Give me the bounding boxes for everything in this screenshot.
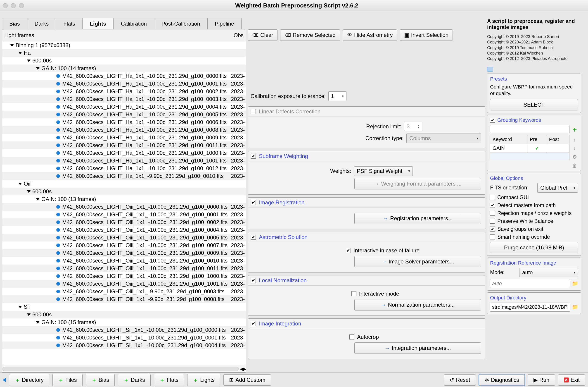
output-directory-input[interactable] bbox=[490, 303, 570, 312]
tab-pipeline[interactable]: Pipeline bbox=[207, 18, 242, 29]
tree-group-row[interactable]: 600.00s bbox=[2, 57, 246, 65]
local-normalization-checkbox[interactable] bbox=[251, 278, 256, 283]
tree-group-row[interactable]: 600.00s bbox=[2, 311, 246, 319]
tree-body[interactable]: Binning 1 (9576x6388)Ha600.00sGAIN: 100 … bbox=[2, 41, 246, 365]
image-registration-checkbox[interactable] bbox=[251, 200, 256, 205]
tree-file-row[interactable]: M42_600.00secs_LIGHT_Oiii_1x1_-10.00c_23… bbox=[2, 242, 246, 249]
tree-file-row[interactable]: M42_600.00secs_LIGHT_Ha_1x1_-10.00c_231.… bbox=[2, 88, 246, 95]
local-norm-interactive-checkbox[interactable] bbox=[352, 291, 357, 296]
tab-bias[interactable]: Bias bbox=[2, 18, 27, 29]
expand-icon[interactable] bbox=[36, 321, 40, 324]
tree-file-row[interactable]: M42_600.00secs_LIGHT_Sii_1x1_-10.00c_231… bbox=[2, 341, 246, 349]
tree-file-row[interactable]: M42_600.00secs_LIGHT_Ha_1x1_-10.00c_231.… bbox=[2, 72, 246, 80]
speech-bubble-icon[interactable] bbox=[487, 67, 493, 72]
tree-file-row[interactable]: M42_600.00secs_LIGHT_Ha_1x1_-10.00c_231.… bbox=[2, 141, 246, 149]
minimize-window[interactable] bbox=[11, 3, 16, 8]
expand-icon[interactable] bbox=[27, 190, 31, 193]
tree-file-row[interactable]: M42_600.00secs_LIGHT_Ha_1x1_-10.00c_231.… bbox=[2, 111, 246, 118]
trash-icon[interactable]: 🗑 bbox=[572, 163, 577, 169]
tree-file-row[interactable]: M42_600.00secs_LIGHT_Oiii_1x1_-10.00c_23… bbox=[2, 249, 246, 257]
horizontal-scrollbar[interactable]: ◀ ▶ bbox=[2, 365, 246, 372]
add-keyword-button[interactable]: ＋ bbox=[571, 125, 578, 134]
autocrop-checkbox[interactable] bbox=[349, 335, 354, 340]
tab-lights[interactable]: Lights bbox=[82, 18, 114, 29]
tree-group-row[interactable]: GAIN: 100 (14 frames) bbox=[2, 65, 246, 72]
detect-masters-checkbox[interactable] bbox=[490, 203, 495, 208]
tree-group-row[interactable]: GAIN: 100 (13 frames) bbox=[2, 195, 246, 203]
compact-gui-checkbox[interactable] bbox=[490, 195, 495, 200]
add-bias-button[interactable]: ＋Bias bbox=[86, 374, 115, 386]
tab-flats[interactable]: Flats bbox=[56, 18, 83, 29]
fits-orientation-select[interactable]: Global Pref▼ bbox=[537, 183, 578, 193]
expand-icon[interactable] bbox=[27, 314, 31, 316]
tree-file-row[interactable]: M42_600.00secs_LIGHT_Ha_1x1_-10.00c_231.… bbox=[2, 95, 246, 103]
tree-file-row[interactable]: M42_600.00secs_LIGHT_Ha_1x1_-10.00c_231.… bbox=[2, 157, 246, 164]
tree-file-row[interactable]: M42_600.00secs_LIGHT_Oiii_1x1_-10.00c_23… bbox=[2, 234, 246, 242]
tree-file-row[interactable]: M42_600.00secs_LIGHT_Oiii_1x1_-10.00c_23… bbox=[2, 265, 246, 272]
tree-file-row[interactable]: M42_600.00secs_LIGHT_Oiii_1x1_-10.00c_23… bbox=[2, 272, 246, 280]
add-lights-button[interactable]: ＋Lights bbox=[187, 374, 220, 386]
subframe-weighting-checkbox[interactable] bbox=[251, 154, 256, 159]
tree-file-row[interactable]: M42_600.00secs_LIGHT_Ha_1x1_-10.00c_231.… bbox=[2, 103, 246, 111]
grouping-keyword-input[interactable] bbox=[490, 125, 569, 133]
remove-selected-button[interactable]: ⌫Remove Selected bbox=[280, 29, 340, 41]
weights-select[interactable]: PSF Signal Weight▼ bbox=[354, 166, 413, 176]
tree-group-row[interactable]: Binning 1 (9576x6388) bbox=[2, 41, 246, 49]
astrometric-solution-checkbox[interactable] bbox=[251, 235, 256, 240]
expand-icon[interactable] bbox=[36, 67, 40, 70]
tree-file-row[interactable]: M42_600.00secs_LIGHT_Oiii_1x1_-10.00c_23… bbox=[2, 257, 246, 265]
expand-icon[interactable] bbox=[18, 183, 22, 185]
tree-group-row[interactable]: Oiii bbox=[2, 180, 246, 188]
tree-group-row[interactable]: Ha bbox=[2, 49, 246, 57]
tree-file-row[interactable]: M42_600.00secs_LIGHT_Ha_1x1_-10.00c_231.… bbox=[2, 118, 246, 126]
registration-parameters-button[interactable]: →Registration parameters... bbox=[354, 213, 481, 224]
expand-icon[interactable] bbox=[10, 44, 14, 47]
close-window[interactable] bbox=[3, 3, 8, 8]
collapse-icon[interactable] bbox=[3, 378, 6, 382]
tree-file-row[interactable]: M42_600.00secs_LIGHT_Oiii_1x1_-10.00c_23… bbox=[2, 203, 246, 211]
add-flats-button[interactable]: ＋Flats bbox=[154, 374, 184, 386]
smart-naming-checkbox[interactable] bbox=[490, 234, 495, 239]
expand-icon[interactable] bbox=[36, 198, 40, 201]
grouping-keywords-checkbox[interactable] bbox=[490, 118, 495, 123]
tree-file-row[interactable]: M42_600.00secs_LIGHT_Oiii_1x1_-10.00c_23… bbox=[2, 226, 246, 234]
tree-file-row[interactable]: M42_600.00secs_LIGHT_Oiii_1x1_-10.00c_23… bbox=[2, 280, 246, 288]
tree-file-row[interactable]: M42_600.00secs_LIGHT_Ha_1x1_-10.10c_231.… bbox=[2, 164, 246, 172]
tree-group-row[interactable]: GAIN: 100 (15 frames) bbox=[2, 319, 246, 326]
integration-parameters-button[interactable]: →Integration parameters... bbox=[354, 342, 481, 354]
add-files-button[interactable]: ＋Files bbox=[52, 374, 83, 386]
tree-file-row[interactable]: M42_600.00secs_LIGHT_Ha_1x1_-10.00c_231.… bbox=[2, 134, 246, 141]
astrometric-interactive-checkbox[interactable] bbox=[346, 248, 351, 253]
run-button[interactable]: ▶Run bbox=[528, 374, 555, 386]
calibration-tolerance-input[interactable]: 1▲▼ bbox=[328, 91, 346, 101]
tree-file-row[interactable]: M42_600.00secs_LIGHT_Oiii_1x1_-9.90c_231… bbox=[2, 288, 246, 295]
image-integration-checkbox[interactable] bbox=[251, 321, 256, 326]
gear-icon[interactable]: ⚙ bbox=[572, 154, 577, 160]
tree-file-row[interactable]: M42_600.00secs_LIGHT_Ha_1x1_-10.00c_231.… bbox=[2, 126, 246, 134]
preserve-wb-checkbox[interactable] bbox=[490, 219, 495, 224]
tree-file-row[interactable]: M42_600.00secs_LIGHT_Sii_1x1_-10.00c_231… bbox=[2, 334, 246, 341]
folder-icon[interactable]: 📁 bbox=[572, 281, 578, 287]
normalization-parameters-button[interactable]: →Normalization parameters... bbox=[354, 299, 481, 311]
tab-calibration[interactable]: Calibration bbox=[113, 18, 154, 29]
linear-defects-checkbox[interactable] bbox=[251, 109, 256, 114]
tab-post-calibration[interactable]: Post-Calibration bbox=[154, 18, 208, 29]
purge-cache-button[interactable]: Purge cache (16.98 MiB) bbox=[490, 242, 578, 253]
reg-ref-mode-select[interactable]: auto▼ bbox=[519, 268, 578, 277]
expand-icon[interactable] bbox=[27, 60, 31, 62]
folder-icon[interactable]: 📁 bbox=[572, 304, 578, 310]
diagnostics-button[interactable]: ✲Diagnostics bbox=[479, 374, 525, 386]
tree-group-row[interactable]: 600.00s bbox=[2, 188, 246, 195]
tree-file-row[interactable]: M42_600.00secs_LIGHT_Ha_1x1_-9.90c_231.2… bbox=[2, 172, 246, 180]
tree-file-row[interactable]: M42_600.00secs_LIGHT_Oiii_1x1_-10.00c_23… bbox=[2, 211, 246, 218]
tree-file-row[interactable]: M42_600.00secs_LIGHT_Oiii_1x1_-10.00c_23… bbox=[2, 218, 246, 226]
expand-icon[interactable] bbox=[18, 52, 22, 54]
tree-file-row[interactable]: M42_600.00secs_LIGHT_Ha_1x1_-10.00c_231.… bbox=[2, 149, 246, 157]
move-down-button[interactable]: ↓ bbox=[573, 145, 576, 151]
invert-selection-button[interactable]: ▣Invert Selection bbox=[400, 29, 453, 41]
tree-group-row[interactable]: Sii bbox=[2, 303, 246, 311]
tree-file-row[interactable]: M42_600.00secs_LIGHT_Ha_1x1_-10.00c_231.… bbox=[2, 80, 246, 88]
add-custom-button[interactable]: ⊞Add Custom bbox=[223, 374, 271, 386]
kw-row[interactable]: GAIN bbox=[490, 144, 569, 153]
expand-icon[interactable] bbox=[18, 306, 22, 308]
